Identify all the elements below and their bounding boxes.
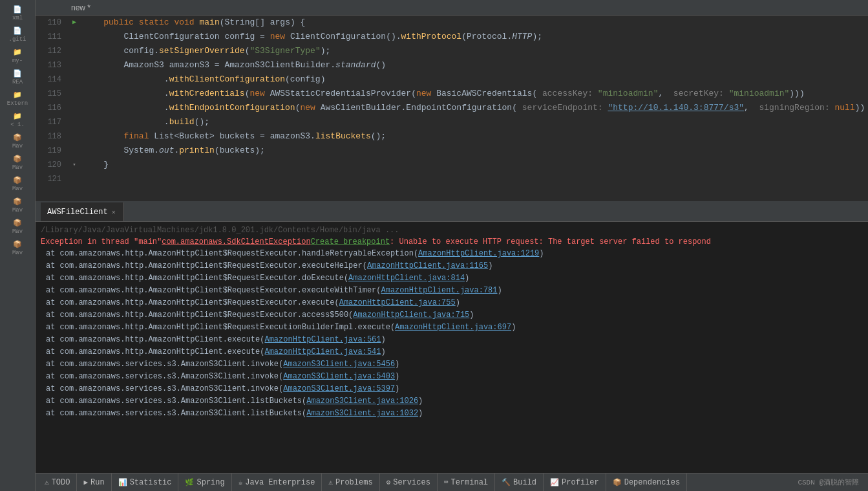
- build-label: Build: [513, 478, 536, 487]
- stack-link-3[interactable]: AmazonHttpClient.java:814: [348, 274, 465, 283]
- line-number-119: 119: [36, 144, 68, 158]
- mav3-icon: 📦: [12, 175, 23, 185]
- profiler-icon: 📈: [550, 478, 559, 486]
- console-tab-close[interactable]: ✕: [111, 208, 117, 216]
- my-icon: 📁: [12, 47, 23, 57]
- code-line-114: 114 .withClientConfiguration(config): [36, 72, 868, 87]
- sdk-exception-link[interactable]: com.amazonaws.SdkClientException: [162, 236, 310, 248]
- stack-link-14[interactable]: AmazonS3Client.java:1032: [306, 409, 418, 418]
- stack-link-4[interactable]: AmazonHttpClient.java:781: [381, 286, 497, 295]
- line-number-116: 116: [36, 101, 68, 115]
- line-number-115: 115: [36, 87, 68, 101]
- sidebar-item-xml[interactable]: 📄 xml: [2, 3, 33, 23]
- code-content-110: public static void main(String[] args) {: [81, 16, 868, 30]
- build-icon: 🔨: [502, 478, 511, 486]
- status-statistic[interactable]: 📊 Statistic: [112, 474, 179, 491]
- sidebar-item-mav4[interactable]: 📦 Mav: [2, 195, 33, 215]
- code-content-117: .build();: [81, 115, 868, 129]
- sidebar-item-label: Mav: [12, 228, 23, 235]
- status-run[interactable]: ▶ Run: [77, 474, 111, 491]
- status-spring[interactable]: 🌿 Spring: [178, 474, 231, 491]
- console-panel: AWSFileClient ✕ /Library/Java/JavaVirtua…: [36, 201, 868, 473]
- stack-trace-10: at com.amazonaws.services.s3.AmazonS3Cli…: [41, 358, 863, 371]
- status-profiler[interactable]: 📈 Profiler: [544, 474, 606, 491]
- console-tab-awsfileclient[interactable]: AWSFileClient ✕: [41, 202, 124, 221]
- stack-link-9[interactable]: AmazonHttpClient.java:541: [264, 347, 381, 356]
- run-gutter-icon[interactable]: ▶: [72, 16, 76, 30]
- sidebar-item-label: xml: [12, 15, 23, 21]
- sidebar-item-mav1[interactable]: 📦 Mav: [2, 131, 33, 151]
- stack-link-6[interactable]: AmazonHttpClient.java:715: [353, 311, 469, 320]
- sidebar-item-mav5[interactable]: 📦 Mav: [2, 216, 33, 236]
- spring-label: Spring: [196, 478, 224, 487]
- code-content-111: ClientConfiguration config = new ClientC…: [81, 30, 868, 44]
- status-terminal[interactable]: ⌨ Terminal: [438, 474, 495, 491]
- sidebar-item-label: REA: [12, 79, 23, 85]
- stack-trace-9: at com.amazonaws.http.AmazonHttpClient.e…: [41, 346, 863, 358]
- mav2-icon: 📦: [12, 153, 23, 164]
- sidebar-item-label: Mav: [12, 143, 23, 149]
- stack-link-7[interactable]: AmazonHttpClient.java:697: [395, 323, 511, 332]
- code-line-116: 116 .withEndpointConfiguration(new AwsCl…: [36, 101, 868, 115]
- code-content-115: .withCredentials(new AWSStaticCredential…: [81, 87, 868, 101]
- lib-icon: 📁: [12, 111, 23, 121]
- status-java-enterprise[interactable]: ☕ Java Enterprise: [232, 474, 323, 491]
- sidebar-item-label: .giti: [8, 36, 26, 43]
- stack-trace-6: at com.amazonaws.http.AmazonHttpClient$R…: [41, 309, 863, 322]
- sidebar-item-mav2[interactable]: 📦 Mav: [2, 152, 33, 172]
- stack-link-10[interactable]: AmazonS3Client.java:5456: [283, 360, 395, 369]
- services-icon: ⚙: [386, 478, 391, 486]
- status-problems[interactable]: ⚠ Problems: [322, 474, 379, 491]
- stack-link-8[interactable]: AmazonHttpClient.java:561: [264, 335, 381, 344]
- stack-link-12[interactable]: AmazonS3Client.java:5397: [283, 384, 395, 393]
- status-dependencies[interactable]: 📦 Dependencies: [606, 474, 687, 491]
- sidebar-item-extern[interactable]: 📁 Extern: [2, 88, 33, 108]
- status-todo[interactable]: ⚠ TODO: [38, 474, 77, 491]
- sidebar-item-rea[interactable]: 📄 REA: [2, 67, 33, 87]
- mav6-icon: 📦: [12, 239, 23, 249]
- sidebar-item-my[interactable]: 📁 my-: [2, 45, 33, 65]
- line-number-111: 111: [36, 30, 68, 44]
- stack-link-5[interactable]: AmazonHttpClient.java:755: [339, 298, 456, 307]
- console-tab-bar: AWSFileClient ✕: [36, 202, 868, 222]
- code-line-120: 120 ▾ }: [36, 158, 868, 172]
- status-build[interactable]: 🔨 Build: [495, 474, 544, 491]
- todo-icon: ⚠: [45, 478, 49, 486]
- code-content-113: AmazonS3 amazonS3 = AmazonS3ClientBuilde…: [81, 58, 868, 72]
- console-content[interactable]: /Library/Java/JavaVirtualMachines/jdk1.8…: [36, 222, 868, 473]
- sidebar-item-mav6[interactable]: 📦 Mav: [2, 237, 33, 257]
- line-gutter-110: ▶: [68, 16, 81, 30]
- stack-trace-3: at com.amazonaws.http.AmazonHttpClient$R…: [41, 272, 863, 285]
- code-content-120: }: [81, 158, 868, 172]
- create-breakpoint-link[interactable]: Create breakpoint: [311, 236, 390, 248]
- code-line-112: 112 config.setSignerOverride("S3SignerTy…: [36, 44, 868, 58]
- line-number-120: 120: [36, 158, 68, 172]
- code-line-117: 117 .build();: [36, 115, 868, 129]
- problems-icon: ⚠: [328, 478, 333, 486]
- stack-link-11[interactable]: AmazonS3Client.java:5403: [283, 372, 395, 381]
- status-services[interactable]: ⚙ Services: [380, 474, 438, 491]
- code-line-119: 119 System.out.println(buckets);: [36, 144, 868, 158]
- editor-tab-new[interactable]: new *: [71, 3, 90, 12]
- code-line-113: 113 AmazonS3 amazonS3 = AmazonS3ClientBu…: [36, 58, 868, 72]
- problems-label: Problems: [335, 478, 373, 487]
- stack-trace-14: at com.amazonaws.services.s3.AmazonS3Cli…: [41, 408, 863, 420]
- stack-link-1[interactable]: AmazonHttpClient.java:1219: [418, 249, 539, 258]
- java-enterprise-icon: ☕: [238, 478, 243, 486]
- line-number-110: 110: [36, 16, 68, 30]
- code-editor: new * 110 ▶ public static void main(Stri…: [36, 0, 868, 201]
- sidebar-item-giti[interactable]: 📄 .giti: [2, 24, 33, 44]
- sidebar-item-lib[interactable]: 📁 < 1.: [2, 109, 33, 129]
- stack-link-2[interactable]: AmazonHttpClient.java:1165: [367, 261, 488, 270]
- sidebar-item-mav3[interactable]: 📦 Mav: [2, 173, 33, 193]
- giti-icon: 📄: [12, 25, 23, 36]
- stack-trace-12: at com.amazonaws.services.s3.AmazonS3Cli…: [41, 383, 863, 395]
- line-number-112: 112: [36, 44, 68, 58]
- code-line-121: 121: [36, 172, 868, 186]
- editor-area: new * 110 ▶ public static void main(Stri…: [36, 0, 868, 491]
- line-number-113: 113: [36, 58, 68, 72]
- code-content-116: .withEndpointConfiguration(new AwsClient…: [81, 101, 868, 115]
- stack-link-13[interactable]: AmazonS3Client.java:1026: [306, 397, 418, 406]
- fold-icon[interactable]: ▾: [72, 158, 76, 172]
- rea-icon: 📄: [12, 68, 23, 78]
